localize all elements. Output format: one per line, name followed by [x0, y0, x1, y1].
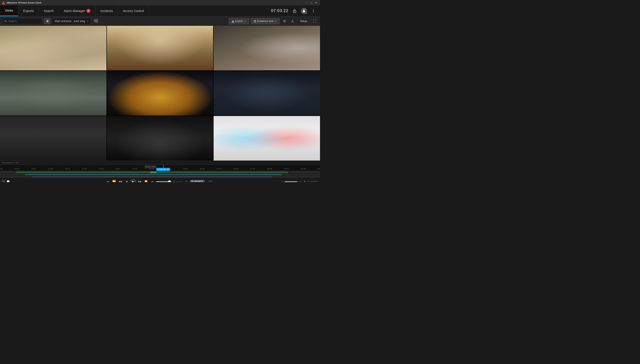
fast-forward-button[interactable]: ▶▶	[138, 179, 142, 182]
menu-icon[interactable]	[310, 7, 317, 14]
camera-feed-9	[214, 116, 320, 160]
zoom-slider[interactable]	[284, 181, 302, 182]
close-button[interactable]: ✕	[314, 0, 318, 5]
nav-tab-exports[interactable]: Exports	[18, 5, 39, 16]
live-mode-button[interactable]: LIVE	[206, 180, 215, 182]
speed-fill	[156, 181, 170, 182]
sync-cameras-button[interactable]	[93, 18, 99, 24]
camera-cell-8[interactable]	[107, 116, 213, 160]
view-name: Main entrance - east wing	[54, 20, 85, 23]
timeline-tick-0: 14:20	[0, 168, 2, 170]
bottom-bar: All cameras in view 19-02-2023 14:29:56.…	[0, 160, 320, 182]
titlebar: Milestone XProtect Smart Client − □ ✕	[0, 0, 320, 5]
online-status-dot	[305, 12, 307, 14]
svg-point-17	[284, 20, 285, 21]
go-start-button[interactable]: ⏮	[105, 179, 110, 182]
speed-scrubber[interactable]	[156, 181, 183, 182]
step-back-button[interactable]: ⏪	[112, 179, 116, 182]
track-segment-highlight	[150, 172, 157, 173]
camera-feed-2	[107, 26, 213, 70]
svg-point-4	[313, 9, 314, 10]
step-forward-button[interactable]: ⏩	[144, 179, 148, 182]
camera-cell-3[interactable]	[214, 26, 320, 70]
zoom-out-icon	[281, 180, 284, 182]
profile-lock-icon[interactable]	[291, 7, 298, 14]
milestone-icon	[2, 1, 5, 4]
svg-point-3	[303, 10, 305, 11]
zoom-out-button[interactable]	[281, 180, 284, 182]
timeline-tick-8: 14:28	[132, 168, 138, 170]
camera-cell-4[interactable]	[0, 71, 106, 115]
smart-search-button[interactable]	[282, 18, 288, 24]
playback-speed: 1x	[184, 180, 188, 182]
timeline-tick-11: 14:31	[183, 168, 188, 170]
app-title: Milestone XProtect Smart Client	[7, 1, 42, 4]
timeline-tick-2: 14:22	[31, 168, 36, 170]
svg-rect-9	[94, 19, 96, 20]
navbar: Views Exports Search Alarm Manager 3 Inc…	[0, 5, 320, 16]
timeline-track-1[interactable]	[0, 172, 320, 173]
timeline-tick-12: 14:32	[200, 168, 205, 170]
timeline-tick-6: 14:26	[99, 168, 104, 170]
camera-cell-6[interactable]	[214, 71, 320, 115]
nav-tab-incidents-label: Incidents	[100, 9, 113, 13]
timeline-track-3[interactable]	[0, 176, 320, 178]
titlebar-left: Milestone XProtect Smart Client	[2, 1, 42, 4]
evidence-dropdown-icon	[274, 20, 277, 22]
go-end-button[interactable]: ⏭	[150, 179, 155, 182]
setup-button[interactable]: Setup	[298, 18, 310, 24]
timeline-track-2[interactable]	[0, 174, 320, 176]
camera-feed-7	[0, 116, 106, 160]
prev-frame-button[interactable]: ◀◀	[118, 179, 123, 182]
timeline-tick-19: 14:39	[318, 168, 320, 170]
camera-cell-9[interactable]	[214, 116, 320, 160]
view-selector[interactable]: Main entrance - east wing	[52, 18, 91, 24]
nav-tab-search[interactable]: Search	[39, 5, 59, 16]
reverse-play-button[interactable]: ◀	[124, 179, 129, 182]
camera-cell-7[interactable]	[0, 116, 106, 160]
back-button[interactable]	[44, 18, 50, 24]
zoom-in-button[interactable]	[303, 180, 306, 182]
svg-rect-10	[96, 19, 98, 20]
user-avatar[interactable]	[301, 8, 307, 14]
camera-cell-5[interactable]	[107, 71, 213, 115]
minimize-button[interactable]: −	[304, 0, 308, 5]
camera-info-button[interactable]: ⬛	[2, 180, 5, 182]
nav-tab-access[interactable]: Access Control	[118, 5, 149, 16]
svg-point-6	[313, 12, 314, 12]
camera-cell-2[interactable]	[107, 26, 213, 70]
timeline-tracks[interactable]	[0, 172, 320, 178]
svg-point-15	[283, 20, 285, 22]
svg-point-1	[294, 11, 295, 12]
camera-feed-5	[107, 71, 213, 115]
camera-grid	[0, 26, 320, 160]
export-button[interactable]: Export	[229, 18, 249, 24]
maximize-button[interactable]: □	[309, 0, 313, 5]
svg-rect-14	[254, 21, 256, 22]
search-input[interactable]	[8, 20, 35, 23]
timeline-area[interactable]: 19-02-2023 14:29:56.738 14:2014:2114:221…	[0, 164, 320, 178]
timeline-ruler[interactable]: 19-02-2023 14:29:56.738 14:2014:2114:221…	[0, 165, 320, 171]
search-box[interactable]	[2, 18, 42, 24]
svg-line-2	[296, 12, 296, 12]
fullscreen-button[interactable]	[312, 18, 318, 24]
timeline-tick-5: 14:25	[82, 168, 87, 170]
play-button[interactable]: ▶	[130, 179, 136, 182]
nav-tab-alarm-label: Alarm Manager	[64, 9, 85, 13]
playback-mode-button[interactable]: PLAYBACK	[190, 180, 205, 182]
timeline-tick-10: 14:30	[166, 168, 171, 170]
timeline-tick-18: 14:38	[301, 168, 306, 170]
export-label: Export	[235, 20, 243, 23]
nav-tab-incidents[interactable]: Incidents	[96, 5, 118, 16]
nav-tab-alarm[interactable]: Alarm Manager 3	[59, 5, 96, 16]
evidence-lock-button[interactable]: Evidence lock	[251, 18, 280, 24]
clock-button[interactable]: 🕐	[6, 180, 10, 182]
timeline-tick-1: 14:21	[14, 168, 19, 170]
timeline-tick-16: 14:36	[267, 168, 272, 170]
timeline-tick-14: 14:34	[234, 168, 238, 170]
download-button[interactable]	[290, 18, 296, 24]
nav-tab-views[interactable]: Views	[0, 5, 18, 16]
svg-line-16	[285, 22, 286, 22]
camera-feed-8	[107, 116, 213, 160]
camera-cell-1[interactable]	[0, 26, 106, 70]
